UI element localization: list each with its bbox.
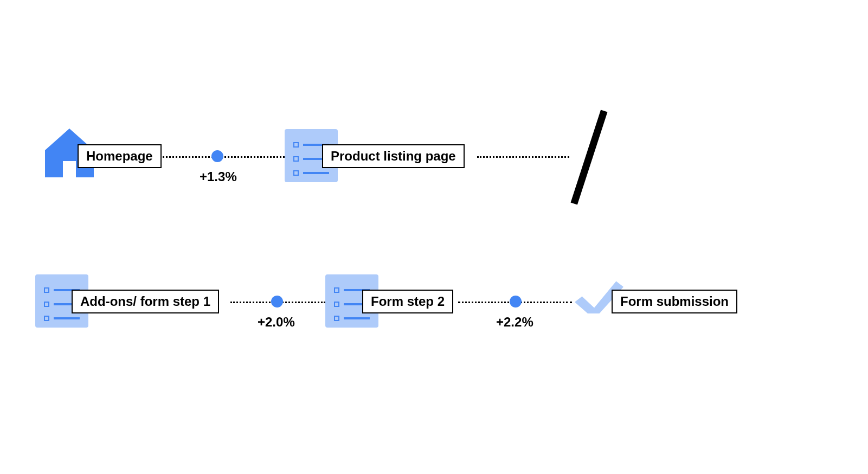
step-form2-label: Form step 2	[362, 290, 453, 313]
connector	[163, 156, 285, 158]
step-addons-label: Add-ons/ form step 1	[72, 290, 219, 313]
flow-diagram: Homepage +1.3% Product listing page Add-…	[0, 0, 868, 474]
step-product-listing-label: Product listing page	[322, 144, 465, 168]
metric-value: +2.2%	[496, 315, 533, 330]
step-homepage-label: Homepage	[78, 144, 162, 168]
metric-value: +1.3%	[200, 169, 237, 184]
metric-value: +2.0%	[258, 315, 295, 330]
connector	[477, 156, 569, 158]
metric-dot-icon	[271, 296, 283, 308]
metric-dot-icon	[211, 150, 223, 162]
metric-dot-icon	[510, 296, 522, 308]
break-slash	[571, 110, 608, 204]
step-submission-label: Form submission	[612, 290, 737, 313]
